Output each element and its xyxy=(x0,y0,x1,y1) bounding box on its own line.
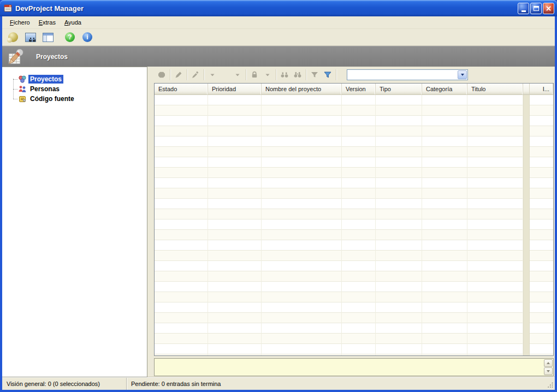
edit-pencil-icon[interactable] xyxy=(172,69,185,80)
column-header-8[interactable]: I... xyxy=(530,84,553,94)
picture-search-icon[interactable] xyxy=(25,32,36,43)
grid-line xyxy=(208,95,208,355)
navigation-tree: ProyectosPersonasCódigo fuente xyxy=(2,74,147,104)
column-header-2[interactable]: Prioridad xyxy=(208,84,262,94)
sidebar-item-personas[interactable]: Personas xyxy=(9,84,147,94)
table-header-row: EstadoPrioridadNombre del proyectoVersio… xyxy=(155,84,553,95)
projects-spheres-icon xyxy=(18,75,27,84)
toolbar-separator xyxy=(170,69,170,80)
detail-scrollbar xyxy=(544,359,553,375)
toolbar-separator xyxy=(204,69,204,80)
sidebar-item-label: Código fuente xyxy=(28,94,76,103)
section-header: Proyectos xyxy=(2,46,555,67)
sidebar-item-label: Personas xyxy=(28,85,61,93)
maximize-button[interactable] xyxy=(530,3,542,14)
app-icon xyxy=(4,4,13,13)
list-toolbar xyxy=(154,67,554,83)
tree-line xyxy=(13,89,17,90)
close-button[interactable]: × xyxy=(543,3,554,14)
combobox-dropdown-button[interactable] xyxy=(458,70,467,79)
toolbar-separator xyxy=(306,69,306,80)
filter-icon[interactable] xyxy=(308,69,321,80)
status-bar: Visión general: 0 (0 seleccionados) Pend… xyxy=(2,377,555,390)
menu-bar: FicheroExtrasAyuda xyxy=(2,16,555,29)
dropdown-arrow-icon[interactable] xyxy=(206,69,219,80)
dropdown-arrow-icon[interactable] xyxy=(261,69,274,80)
column-header-4[interactable]: Version xyxy=(342,84,376,94)
tree-line xyxy=(13,79,17,80)
status-overview-panel: Visión general: 0 (0 seleccionados) xyxy=(2,378,127,390)
filter-combobox[interactable] xyxy=(347,69,468,80)
main-area: ProyectosPersonasCódigo fuente EstadoPri… xyxy=(2,67,555,377)
window-controls: × xyxy=(518,3,554,14)
titlebar[interactable]: DevProject Manager × xyxy=(0,0,557,16)
splitter[interactable] xyxy=(147,67,154,377)
column-divider-stripe xyxy=(523,95,530,355)
column-header-1[interactable]: Estado xyxy=(155,84,208,94)
column-header-5[interactable]: Tipo xyxy=(376,84,422,94)
window-title: DevProject Manager xyxy=(15,4,518,13)
status-pending-panel: Pendiente: 0 entradas sin termina xyxy=(127,378,546,390)
menu-item-fichero[interactable]: Fichero xyxy=(5,17,34,27)
help-icon[interactable]: ? xyxy=(64,32,75,43)
grid-line xyxy=(261,95,262,355)
projects-header-icon xyxy=(7,47,25,66)
people-icon xyxy=(18,85,27,93)
column-spacer xyxy=(523,84,530,94)
app-toolbar: ?i xyxy=(2,29,555,46)
sidebar-item-cdigofuente[interactable]: Código fuente xyxy=(9,94,147,104)
sign-pencil-icon[interactable] xyxy=(189,69,202,80)
scroll-down-button[interactable] xyxy=(544,367,553,375)
dropdown-arrow-icon[interactable] xyxy=(231,69,244,80)
grid-line xyxy=(422,95,422,355)
toolbar-separator xyxy=(187,69,187,80)
grid-line xyxy=(467,95,467,355)
source-code-icon xyxy=(18,94,27,103)
content-panel: EstadoPrioridadNombre del proyectoVersio… xyxy=(154,67,555,377)
minimize-button[interactable] xyxy=(518,3,529,14)
column-header-3[interactable]: Nombre del proyecto xyxy=(262,84,342,94)
toolbar-separator xyxy=(246,69,246,80)
lock-icon[interactable] xyxy=(248,69,261,80)
column-header-6[interactable]: Categoría xyxy=(422,84,467,94)
sidebar-panel: ProyectosPersonasCódigo fuente xyxy=(2,67,147,377)
tree-line xyxy=(13,99,17,99)
column-header-7[interactable]: Titulo xyxy=(467,84,523,94)
binoculars-refresh-icon[interactable] xyxy=(291,69,304,80)
scroll-up-button[interactable] xyxy=(544,359,553,367)
window-layout-icon[interactable] xyxy=(43,32,54,43)
menu-item-ayuda[interactable]: Ayuda xyxy=(60,17,86,27)
grid-line xyxy=(341,95,342,355)
menu-item-extras[interactable]: Extras xyxy=(34,17,60,27)
database-ball-icon[interactable] xyxy=(8,32,19,43)
toolbar-separator xyxy=(276,69,276,80)
section-title: Proyectos xyxy=(36,53,68,61)
projects-table: EstadoPrioridadNombre del proyectoVersio… xyxy=(154,83,554,356)
record-icon[interactable] xyxy=(155,69,168,80)
sidebar-item-proyectos[interactable]: Proyectos xyxy=(9,74,147,84)
resize-grip[interactable] xyxy=(546,378,555,390)
status-overview-text: Visión general: 0 (0 seleccionados) xyxy=(7,381,100,387)
sidebar-item-label: Proyectos xyxy=(28,75,63,84)
toolbar-separator xyxy=(336,69,336,80)
detail-panel xyxy=(154,358,554,376)
table-body[interactable] xyxy=(155,95,553,355)
grid-line xyxy=(375,95,376,355)
status-pending-text: Pendiente: 0 entradas sin termina xyxy=(131,381,221,387)
binoculars-icon[interactable] xyxy=(278,69,291,80)
info-icon[interactable]: i xyxy=(82,32,93,43)
filter-active-icon[interactable] xyxy=(321,69,334,80)
app-window: DevProject Manager × FicheroExtrasAyuda … xyxy=(0,0,557,392)
